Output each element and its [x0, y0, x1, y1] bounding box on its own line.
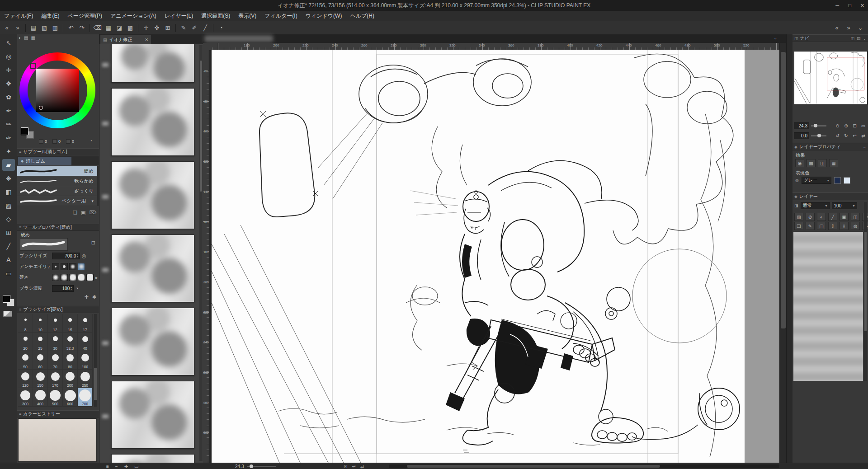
antialias-level-2[interactable]: [61, 263, 68, 270]
brush-size-600[interactable]: 600: [63, 388, 78, 407]
main-color-chip[interactable]: [3, 295, 10, 303]
flip-horizontal-icon[interactable]: ⇄: [860, 132, 867, 139]
brush-size-25[interactable]: 25: [33, 333, 48, 351]
subtool-group-tab[interactable]: ◆ 消しゴム: [18, 157, 71, 165]
density-input[interactable]: 100 ▴▾: [52, 285, 74, 292]
expression-dark-chip[interactable]: [834, 177, 841, 184]
scrollbar-handle[interactable]: [864, 232, 867, 331]
page-thumbnail[interactable]: [111, 454, 194, 463]
lock-layer-icon[interactable]: ⊘: [806, 213, 815, 221]
brush-size-12[interactable]: 12: [48, 314, 63, 333]
set-ruler-icon[interactable]: ╱: [828, 213, 837, 221]
zoom-slider[interactable]: [811, 125, 826, 127]
airbrush-tool[interactable]: ✦: [2, 145, 15, 157]
frame-border-tool[interactable]: ⊞: [2, 227, 15, 239]
open-page-icon[interactable]: ▧: [39, 23, 49, 33]
undo-icon[interactable]: ↶: [66, 23, 76, 33]
transparent-color-chip[interactable]: [3, 311, 12, 317]
hardness-expand-icon[interactable]: ▸: [95, 275, 98, 281]
dropdown-caret-icon[interactable]: ▾: [91, 199, 94, 203]
antialias-level-3[interactable]: [69, 263, 76, 270]
color-wheel-main-chip[interactable]: [21, 127, 28, 135]
enable-mask-icon[interactable]: ◐: [817, 213, 826, 221]
menu-item-3[interactable]: ページ管理(P): [63, 11, 106, 21]
nav-thumbnail-mode-icon[interactable]: ◫: [850, 36, 854, 41]
slider-knob[interactable]: [250, 464, 253, 468]
page-thumbnail[interactable]: [111, 308, 194, 375]
size-dynamics-icon[interactable]: ◎: [82, 253, 86, 259]
rotate-reset-icon[interactable]: ↩: [352, 464, 355, 469]
add-property-icon[interactable]: ✚: [85, 294, 89, 300]
pen-tool[interactable]: ✒: [2, 105, 15, 117]
brush-size-15[interactable]: 15: [63, 314, 78, 333]
eyedropper-small-icon[interactable]: ◔: [90, 138, 92, 143]
menu-item-5[interactable]: レイヤー(L): [160, 11, 198, 21]
save-icon[interactable]: ▥: [50, 23, 60, 33]
selection-launcher-icon[interactable]: ▩: [125, 23, 135, 33]
panel-collapse-left-icon[interactable]: «: [2, 23, 12, 33]
clear-icon[interactable]: ⌫: [93, 23, 103, 33]
brush-size-150[interactable]: 150: [33, 370, 48, 388]
canvas-vertical-scrollbar[interactable]: [779, 43, 787, 463]
slider-knob[interactable]: [817, 134, 821, 137]
panel-expand-left-icon[interactable]: »: [13, 23, 23, 33]
rotate-left-icon[interactable]: ↺: [834, 132, 841, 139]
brush-size-170[interactable]: 170: [48, 370, 63, 388]
correct-line-icon[interactable]: ✎: [179, 23, 189, 33]
deselect-icon[interactable]: ▦: [104, 23, 113, 33]
snap-grid-icon[interactable]: ⊞: [163, 23, 173, 33]
maximize-button[interactable]: □: [848, 3, 851, 8]
operation-tool[interactable]: ↖: [2, 37, 15, 49]
brush-size-700[interactable]: 700: [78, 388, 93, 407]
panel-menu-icon[interactable]: ≡: [19, 225, 21, 230]
page-manager-tab[interactable]: ▤ イオナ修正 ✕: [100, 35, 151, 44]
canvas-menu-icon[interactable]: ≡: [106, 464, 109, 469]
tab-list-menu-icon[interactable]: ⌄: [774, 36, 777, 40]
menu-item-9[interactable]: ウィンドウ(W): [302, 11, 346, 21]
combine-to-layer-icon[interactable]: ⇓: [840, 222, 849, 230]
brush-size-100[interactable]: 100: [78, 351, 93, 370]
color-set-tab-icon[interactable]: ▦: [31, 35, 35, 40]
rotation-value-box[interactable]: 0.0: [794, 132, 809, 139]
color-wheel-tab-icon[interactable]: ◐: [19, 35, 21, 40]
sv-marker[interactable]: [39, 106, 43, 110]
snap-ruler-icon[interactable]: ✛: [141, 23, 151, 33]
hardness-level-2[interactable]: [61, 274, 68, 281]
pencil-tool[interactable]: ✏: [2, 118, 15, 130]
help-icon[interactable]: ◔: [216, 23, 226, 33]
navigator-tab-label[interactable]: ナビ: [800, 35, 809, 42]
text-tool[interactable]: A: [2, 254, 15, 266]
brush-size-300[interactable]: 300: [18, 388, 33, 407]
page-thumbnail[interactable]: [111, 44, 194, 83]
layer-set-icon[interactable]: ▣: [840, 213, 849, 221]
zoom-tool[interactable]: ◎: [2, 51, 15, 62]
collapse-right-panels-icon[interactable]: «: [832, 23, 842, 33]
lock-icon[interactable]: ⊡: [91, 240, 95, 246]
brush-size-400[interactable]: 400: [33, 388, 48, 407]
layer-list-blurred[interactable]: [793, 232, 863, 381]
layer-opacity-input[interactable]: 100 ▾: [832, 202, 857, 209]
two-pane-icon[interactable]: ◫: [851, 213, 860, 221]
subtool-item-hard[interactable]: 硬め: [17, 166, 97, 176]
page-thumbnail[interactable]: [111, 381, 194, 449]
scrollbar-handle[interactable]: [94, 368, 97, 400]
color-history-swatches-blurred[interactable]: [18, 418, 97, 462]
canvas-artwork[interactable]: [212, 50, 745, 463]
brush-size-30[interactable]: 30: [48, 333, 63, 351]
page-list-scrollbar[interactable]: [199, 45, 203, 461]
brush-size-80[interactable]: 80: [63, 351, 78, 370]
expand-right-panels-icon[interactable]: »: [844, 23, 854, 33]
blend-tool[interactable]: ❋: [2, 173, 15, 184]
zoom-in-button-icon[interactable]: ✚: [124, 464, 128, 469]
navigator-view-rectangle[interactable]: [827, 57, 864, 91]
figure-tool[interactable]: ◇: [2, 213, 15, 225]
page-thumbnail[interactable]: [111, 161, 194, 229]
antialias-level-1[interactable]: [52, 263, 59, 270]
density-dynamics-icon[interactable]: ◔: [75, 286, 79, 291]
zoom-100-icon[interactable]: ▭: [860, 122, 867, 129]
new-folder-icon[interactable]: ▢: [817, 222, 826, 230]
brush-size-70[interactable]: 70: [48, 351, 63, 370]
zoom-in-icon[interactable]: ⊕: [843, 122, 849, 129]
minimize-button[interactable]: ─: [835, 3, 839, 8]
spinner-icon[interactable]: ▴▾: [77, 253, 78, 258]
